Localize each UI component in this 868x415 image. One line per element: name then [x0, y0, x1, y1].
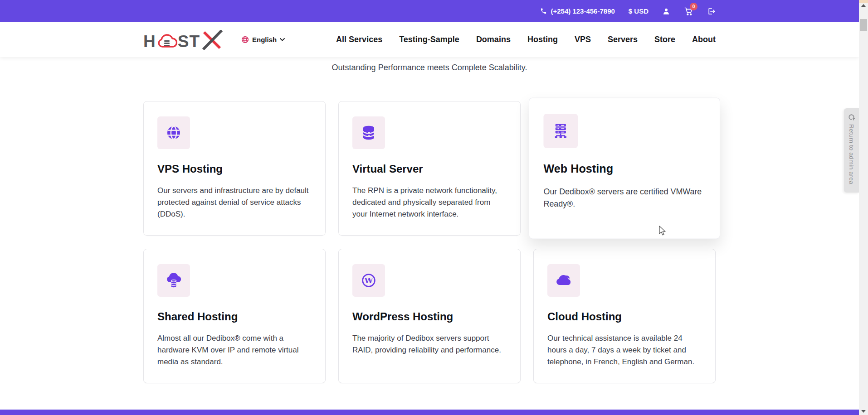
language-selector[interactable]: English [241, 36, 285, 43]
nav-all-services[interactable]: All Services [336, 35, 382, 44]
phone-number: (+254) 123-456-7890 [551, 7, 614, 15]
logo-cloud-icon [156, 33, 177, 50]
main-nav: All Services Testing-Sample Domains Host… [336, 35, 716, 44]
globe-icon [165, 124, 183, 142]
card-description: The RPN is a private network functionali… [352, 185, 507, 220]
topbar: (+254) 123-456-7890 $ USD 0 [0, 0, 859, 22]
card-title: VPS Hosting [157, 163, 312, 175]
card-icon-box [544, 114, 578, 148]
phone-icon [540, 8, 547, 14]
cart-button[interactable]: 0 [684, 7, 693, 16]
chevron-down-icon [280, 38, 285, 41]
card-title: WordPress Hosting [352, 310, 507, 323]
svg-text:W: W [364, 276, 373, 285]
card-icon-box [547, 264, 580, 297]
nav-servers[interactable]: Servers [608, 35, 638, 44]
hostx-logo[interactable]: H ST [143, 30, 223, 50]
card-title: Web Hosting [544, 162, 706, 175]
logo-x-icon [201, 30, 223, 50]
services-grid: VPS Hosting Our servers and infrastructu… [143, 101, 716, 383]
logo-text-st: ST [178, 33, 200, 50]
currency-selector[interactable]: $ USD [629, 7, 649, 15]
nav-hosting[interactable]: Hosting [527, 35, 558, 44]
nav-store[interactable]: Store [654, 35, 675, 44]
bottom-accent-bar [0, 410, 859, 415]
logo-text-h: H [143, 33, 156, 50]
card-description: Our servers and infrastructure are by de… [157, 185, 312, 220]
logout-button[interactable] [707, 7, 716, 15]
card-icon-box [352, 116, 385, 149]
scrollbar-up-arrow[interactable] [861, 4, 866, 7]
card-description: The majority of Dedibox servers support … [352, 333, 507, 356]
nav-vps[interactable]: VPS [575, 35, 591, 44]
nav-testing-sample[interactable]: Testing-Sample [399, 35, 459, 44]
scrollbar-thumb[interactable] [860, 19, 867, 31]
site-header: H ST [0, 22, 859, 57]
phone-link[interactable]: (+254) 123-456-7890 [540, 7, 614, 15]
card-description: Our Dedibox® servers are certified VMWar… [544, 186, 706, 211]
main-content: Outstanding Performance meets Complete S… [0, 57, 859, 410]
nav-about[interactable]: About [692, 35, 716, 44]
scrollbar-top-strip [859, 0, 868, 3]
card-icon-box [157, 264, 190, 297]
card-icon-box: W [352, 264, 385, 297]
page: (+254) 123-456-7890 $ USD 0 [0, 0, 868, 415]
scrollbar[interactable] [859, 0, 868, 415]
language-globe-icon [241, 36, 249, 43]
currency-label: $ USD [629, 7, 649, 15]
card-title: Virtual Server [352, 163, 507, 175]
service-card-wordpress-hosting[interactable]: W WordPress Hosting The majority of Dedi… [338, 249, 521, 383]
database-icon [360, 124, 378, 142]
logout-icon [707, 7, 716, 15]
cart-count-badge: 0 [690, 3, 697, 10]
card-title: Cloud Hosting [547, 310, 702, 323]
card-title: Shared Hosting [157, 310, 312, 323]
section-subtitle: Outstanding Performance meets Complete S… [0, 63, 859, 72]
service-card-cloud-hosting[interactable]: Cloud Hosting Our technical assistance i… [533, 249, 716, 383]
service-card-shared-hosting[interactable]: Shared Hosting Almost all our Dedibox® c… [143, 249, 326, 383]
language-label: English [252, 36, 277, 43]
return-to-admin-tab[interactable]: Return to admin area [844, 108, 859, 193]
service-card-web-hosting[interactable]: Web Hosting Our Dedibox® servers are cer… [529, 98, 720, 239]
cloud-server-icon [165, 271, 183, 290]
user-icon [662, 7, 670, 15]
card-icon-box [157, 116, 190, 149]
account-button[interactable] [662, 7, 670, 15]
wordpress-icon: W [360, 271, 378, 290]
service-card-virtual-server[interactable]: Virtual Server The RPN is a private netw… [338, 101, 521, 236]
card-description: Our technical assistance is available 24… [547, 333, 702, 368]
nav-domains[interactable]: Domains [476, 35, 511, 44]
admin-tab-label: Return to admin area [848, 124, 855, 184]
card-description: Almost all our Dedibox® come with a hard… [157, 333, 312, 368]
server-rack-icon [551, 121, 570, 140]
service-card-vps-hosting[interactable]: VPS Hosting Our servers and infrastructu… [143, 101, 326, 236]
refresh-icon [848, 114, 855, 121]
scrollbar-down-arrow[interactable] [861, 410, 866, 413]
cloud-icon [555, 271, 573, 290]
